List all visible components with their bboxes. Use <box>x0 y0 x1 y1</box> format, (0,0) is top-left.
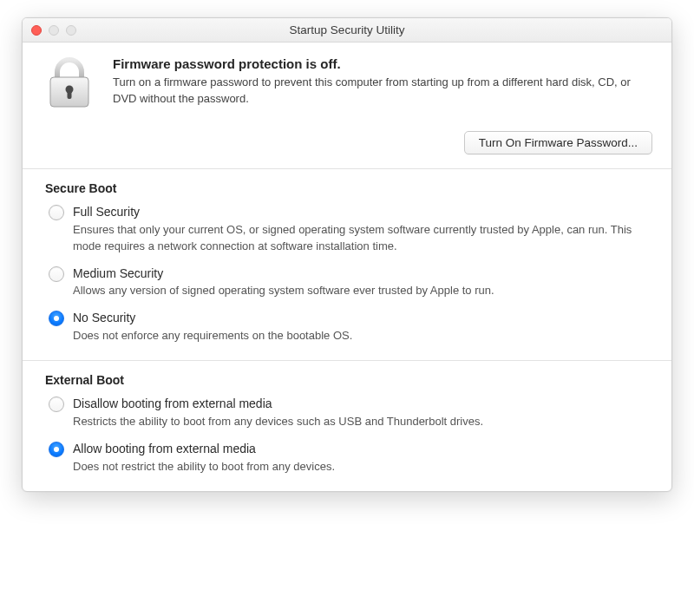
option-label: Disallow booting from external media <box>73 396 649 412</box>
turn-on-firmware-password-button[interactable]: Turn On Firmware Password... <box>464 131 652 154</box>
titlebar: Startup Security Utility <box>23 18 671 43</box>
minimize-window-button[interactable] <box>49 25 59 36</box>
firmware-heading: Firmware password protection is off. <box>113 56 652 71</box>
option-label: No Security <box>73 310 649 326</box>
close-window-button[interactable] <box>31 25 42 36</box>
window-title: Startup Security Utility <box>23 23 671 36</box>
svg-rect-2 <box>68 91 72 99</box>
radio-icon <box>49 442 64 457</box>
window: Startup Security Utility <box>22 17 672 492</box>
firmware-description: Turn on a firmware password to prevent t… <box>113 75 652 108</box>
secure-boot-option-medium[interactable]: Medium Security Allows any version of si… <box>45 265 649 300</box>
option-description: Restricts the ability to boot from any d… <box>73 414 649 430</box>
option-description: Does not enforce any requirements on the… <box>73 328 649 344</box>
option-description: Does not restrict the ability to boot fr… <box>73 459 649 475</box>
external-boot-title: External Boot <box>45 373 649 387</box>
option-label: Medium Security <box>73 265 649 282</box>
external-boot-option-disallow[interactable]: Disallow booting from external media Res… <box>45 396 649 430</box>
secure-boot-section: Secure Boot Full Security Ensures that o… <box>23 169 671 360</box>
option-description: Allows any version of signed operating s… <box>73 283 649 299</box>
option-label: Allow booting from external media <box>73 441 649 457</box>
radio-icon <box>49 311 64 326</box>
external-boot-section: External Boot Disallow booting from exte… <box>23 360 671 490</box>
window-controls <box>23 25 76 36</box>
radio-icon <box>49 396 64 412</box>
option-label: Full Security <box>73 204 649 220</box>
secure-boot-title: Secure Boot <box>45 181 649 195</box>
secure-boot-option-full[interactable]: Full Security Ensures that only your cur… <box>45 204 649 255</box>
external-boot-option-allow[interactable]: Allow booting from external media Does n… <box>45 441 649 475</box>
option-description: Ensures that only your current OS, or si… <box>73 222 649 255</box>
radio-icon <box>49 266 64 282</box>
firmware-password-panel: Firmware password protection is off. Tur… <box>23 43 671 169</box>
secure-boot-option-none[interactable]: No Security Does not enforce any require… <box>45 310 649 344</box>
radio-icon <box>49 205 64 220</box>
zoom-window-button[interactable] <box>66 25 76 36</box>
lock-icon <box>42 56 97 110</box>
